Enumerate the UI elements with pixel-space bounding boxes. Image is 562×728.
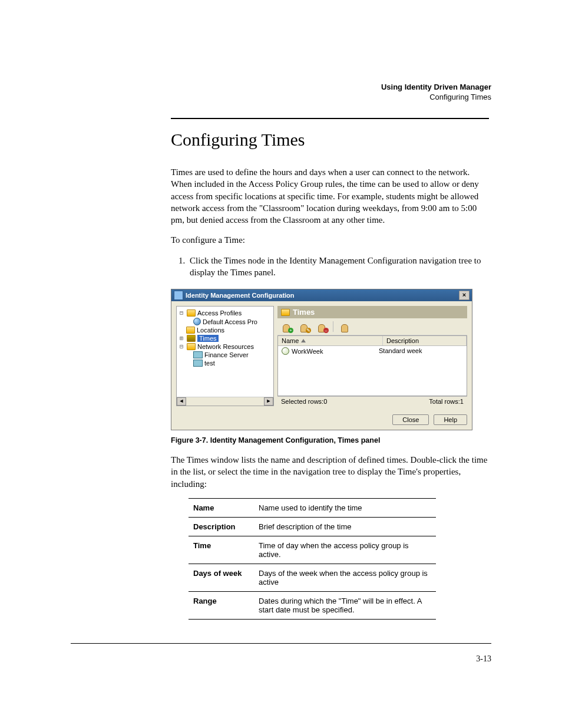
window-title: Identity Management Configuration — [186, 292, 295, 299]
figure-caption: Figure 3-7. Identity Management Configur… — [171, 436, 489, 444]
table-row: RangeDates during which the "Time" will … — [189, 591, 436, 619]
status-selected: Selected rows:0 — [281, 398, 327, 405]
tree-default-access[interactable]: Default Access Pro — [203, 318, 257, 325]
folder-icon — [186, 327, 195, 334]
folder-icon — [187, 343, 196, 350]
prop-name-val: Name used to identify the time — [254, 498, 436, 517]
server-icon — [193, 360, 203, 367]
delete-button[interactable]: – — [315, 321, 328, 332]
tree-times[interactable]: Times — [197, 335, 219, 342]
toolbar: + ✎ – — [277, 318, 467, 335]
intro-paragraph: Times are used to define the hours and d… — [171, 166, 489, 226]
config-window: Identity Management Configuration × ⊟Acc… — [171, 289, 472, 430]
panel-title-text: Times — [293, 308, 315, 317]
folder-icon — [281, 309, 290, 316]
app-icon — [174, 291, 183, 300]
page-number: 3-13 — [71, 654, 491, 664]
tree-access-profiles[interactable]: Access Profiles — [197, 309, 242, 317]
window-close-button[interactable]: × — [459, 291, 470, 300]
after-figure-paragraph: The Times window lists the name and desc… — [171, 454, 489, 490]
window-titlebar: Identity Management Configuration × — [171, 289, 472, 301]
scroll-left-icon[interactable]: ◄ — [177, 397, 186, 406]
status-total: Total rows:1 — [429, 398, 464, 405]
table-row[interactable]: WorkWeek Standard week — [278, 346, 467, 356]
nav-tree[interactable]: ⊟Access Profiles Default Access Pro Loca… — [176, 306, 274, 406]
help-button[interactable]: Help — [434, 414, 467, 425]
edit-button[interactable]: ✎ — [297, 321, 310, 332]
properties-button[interactable] — [338, 321, 351, 332]
tree-finance-server[interactable]: Finance Server — [204, 351, 249, 358]
status-bar: Selected rows:0 Total rows:1 — [277, 396, 467, 406]
scroll-right-icon[interactable]: ► — [264, 397, 273, 406]
table-row: NameName used to identify the time — [189, 498, 436, 517]
prop-time-val: Time of day when the access policy group… — [254, 536, 436, 564]
prop-desc-key: Description — [189, 517, 254, 536]
server-icon — [193, 351, 203, 358]
sort-asc-icon — [301, 339, 306, 342]
prop-dow-key: Days of week — [189, 564, 254, 591]
tree-test[interactable]: test — [204, 360, 215, 367]
prop-dow-val: Days of the week when the access policy … — [254, 564, 436, 591]
add-button[interactable]: + — [280, 321, 293, 332]
table-row: DescriptionBrief description of the time — [189, 517, 436, 536]
prop-range-val: Dates during which the "Time" will be in… — [254, 591, 436, 619]
tree-locations[interactable]: Locations — [197, 327, 224, 334]
prop-range-key: Range — [189, 591, 254, 619]
column-description[interactable]: Description — [383, 336, 467, 345]
running-head: Using Identity Driven Manager Configurin… — [381, 83, 491, 103]
prop-name-key: Name — [189, 498, 254, 517]
tree-network-resources[interactable]: Network Resources — [197, 343, 254, 350]
table-row: Days of weekDays of the week when the ac… — [189, 564, 436, 591]
section-heading: Configuring Times — [171, 130, 489, 150]
prop-time-key: Time — [189, 536, 254, 564]
step-1: Click the Times node in the Identity Man… — [187, 255, 489, 279]
row-name: WorkWeek — [292, 348, 323, 355]
panel-title: Times — [277, 306, 467, 318]
close-button[interactable]: Close — [392, 414, 429, 425]
lead-in-paragraph: To configure a Time: — [171, 234, 489, 246]
clock-icon — [282, 347, 289, 355]
times-grid[interactable]: Name Description WorkWeek Standard week — [277, 335, 467, 396]
folder-icon — [187, 335, 196, 342]
properties-table: NameName used to identify the time Descr… — [189, 498, 436, 620]
bottom-rule — [71, 643, 491, 644]
prop-desc-val: Brief description of the time — [254, 517, 436, 536]
row-desc: Standard week — [379, 347, 463, 355]
column-name[interactable]: Name — [278, 336, 383, 345]
top-rule — [171, 118, 489, 119]
table-row: TimeTime of day when the access policy g… — [189, 536, 436, 564]
running-head-subtitle: Configuring Times — [381, 93, 491, 103]
steps-list: Click the Times node in the Identity Man… — [171, 255, 489, 279]
tree-hscrollbar[interactable]: ◄ ► — [177, 397, 273, 406]
globe-icon — [193, 318, 201, 325]
folder-icon — [187, 309, 196, 317]
toolbar-separator — [333, 321, 333, 332]
running-head-title: Using Identity Driven Manager — [381, 83, 491, 93]
